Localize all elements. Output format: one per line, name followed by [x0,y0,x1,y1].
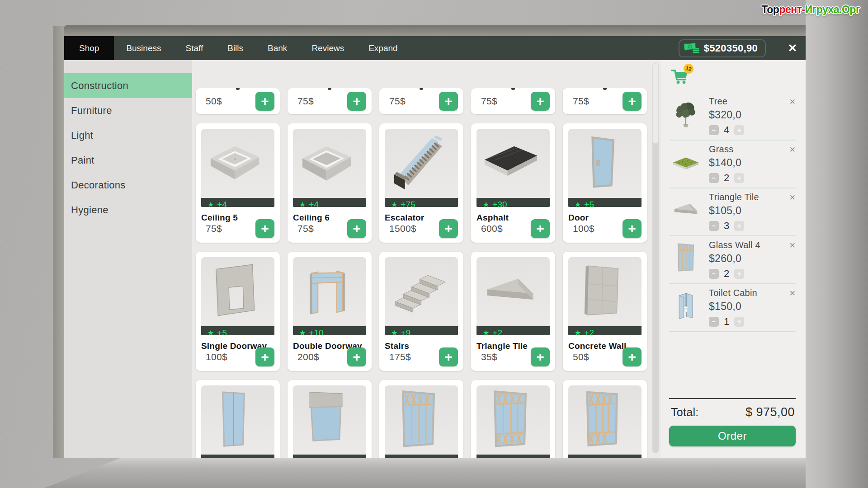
rating-value: +10 [309,328,323,335]
rating-ribbon: ★+5 [293,455,366,458]
product-card-partial: ★+6 [379,380,463,458]
add-to-cart-button[interactable]: + [347,347,366,366]
product-thumbnail: ★+5 [293,385,366,458]
product-image [293,129,366,198]
product-thumbnail: ★+6 [385,385,458,458]
concrete-wall-icon [568,257,642,326]
rating-ribbon: ★+4 [201,198,274,207]
product-grid: 50$+75$+75$+75$+75$+★+4Ceiling 575$+★+4C… [196,88,647,458]
add-to-cart-button[interactable]: + [347,219,366,238]
product-card: ★+4Ceiling 575$+ [196,123,280,243]
add-to-cart-button[interactable]: + [439,92,458,111]
decrease-quantity-button[interactable]: − [709,173,719,183]
quantity-value: 2 [723,172,730,184]
product-price-row: 175$+ [385,347,458,366]
product-image [385,257,458,326]
sidebar-item-furniture[interactable]: Furniture [64,98,192,123]
rating-ribbon: ★+2 [568,326,642,335]
decrease-quantity-button[interactable]: − [709,317,719,327]
sidebar-item-construction[interactable]: Construction [64,73,192,98]
sidebar-item-hygiene[interactable]: Hygiene [64,197,192,222]
add-to-cart-button[interactable]: + [439,219,458,238]
add-to-cart-button[interactable]: + [439,347,458,366]
product-card-partial: 75$+ [563,88,647,114]
rating-value: +4 [217,200,227,207]
sidebar-item-light[interactable]: Light [64,123,192,148]
add-to-cart-button[interactable]: + [255,347,274,366]
product-thumbnail: ★+6 [476,385,550,458]
tab-reviews[interactable]: Reviews [299,36,356,60]
sidebar-item-decorations[interactable]: Decorations [64,173,192,197]
product-image [201,385,274,455]
rating-value: +6 [401,456,410,458]
increase-quantity-button[interactable]: + [734,221,744,231]
product-price: 75$ [206,223,222,234]
product-image [476,129,550,198]
tab-bills[interactable]: Bills [215,36,255,60]
product-card: ★+5Door100$+ [563,123,647,243]
star-icon: ★ [299,329,306,335]
cart-item-price: $105,0 [709,205,759,217]
tab-bank[interactable]: Bank [255,36,299,60]
remove-item-button[interactable]: ✕ [789,193,796,202]
add-to-cart-button[interactable]: + [623,347,642,366]
rating-value: +30 [492,200,507,207]
product-price: 75$ [481,96,497,107]
decrease-quantity-button[interactable]: − [709,221,719,231]
add-to-cart-button[interactable]: + [531,92,550,111]
tab-business[interactable]: Business [114,36,173,60]
increase-quantity-button[interactable]: + [734,317,744,327]
remove-item-button[interactable]: ✕ [789,289,796,298]
glass-wall-lattice-icon [385,385,458,455]
quantity-value: 1 [723,316,730,328]
product-card: ★+2Concrete Wall50$+ [563,252,647,371]
rating-ribbon: ★+6 [385,455,458,458]
tab-shop[interactable]: Shop [64,36,114,60]
grass-tile-icon [669,145,703,178]
rating-ribbon: ★+6 [568,455,642,458]
add-to-cart-button[interactable]: + [531,347,550,366]
rating-ribbon: ★+6 [476,455,550,458]
scrollbar-thumb[interactable] [652,63,659,144]
product-card-partial: ★+6 [563,380,647,458]
total-row: Total: $ 975,00 [671,405,795,419]
product-price: 35$ [481,352,497,362]
stairs-icon [385,257,458,326]
product-image [385,385,458,455]
total-value: $ 975,00 [745,405,795,419]
rating-ribbon: ★+5 [201,455,274,458]
close-button[interactable]: ✕ [779,36,806,60]
increase-quantity-button[interactable]: + [734,269,744,279]
sidebar-item-paint[interactable]: Paint [64,148,192,173]
add-to-cart-button[interactable]: + [623,92,642,111]
decrease-quantity-button[interactable]: − [709,269,719,279]
decrease-quantity-button[interactable]: − [709,125,719,135]
remove-item-button[interactable]: ✕ [789,97,796,107]
cart-item-info: Triangle Tile$105,0−3+ [709,191,759,232]
product-image [568,129,642,198]
rating-value: +75 [401,200,415,207]
add-to-cart-button[interactable]: + [255,92,274,111]
order-button[interactable]: Order [669,426,796,446]
remove-item-button[interactable]: ✕ [789,241,796,250]
product-image [293,257,366,326]
cart-item-name: Glass Wall 4 [709,240,760,250]
star-icon: ★ [208,201,214,207]
add-to-cart-button[interactable]: + [531,219,550,238]
increase-quantity-button[interactable]: + [734,125,744,135]
add-to-cart-button[interactable]: + [255,219,274,238]
cart-item: Tree$320,0−4+✕ [669,93,796,138]
add-to-cart-button[interactable]: + [347,92,366,111]
rating-ribbon: ★+2 [476,326,550,335]
increase-quantity-button[interactable]: + [734,173,744,183]
quantity-value: 4 [723,124,730,136]
tab-expand[interactable]: Expand [356,36,410,60]
add-to-cart-button[interactable]: + [623,219,642,238]
scrollbar[interactable] [652,63,659,453]
tab-staff[interactable]: Staff [173,36,215,60]
product-price: 600$ [481,223,503,234]
remove-item-button[interactable]: ✕ [789,145,796,155]
tree-icon [669,97,703,131]
rating-value: +5 [217,328,227,335]
product-thumbnail: ★+2 [476,257,550,335]
